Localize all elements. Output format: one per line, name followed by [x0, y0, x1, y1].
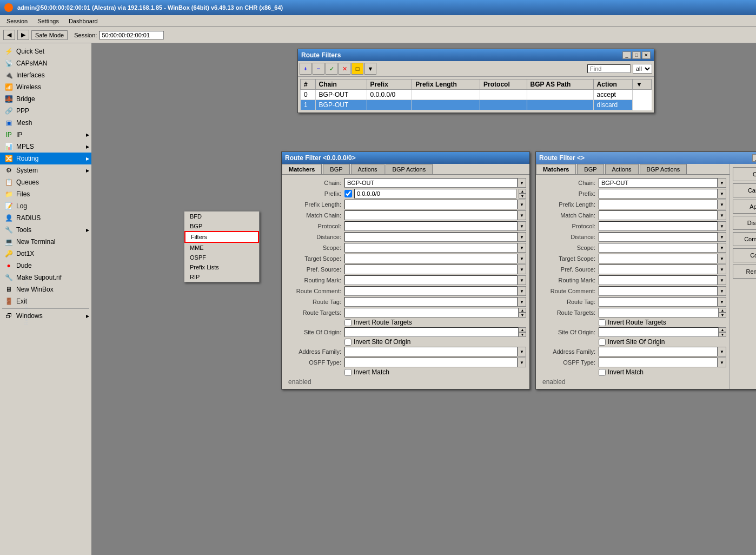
ospf-type-input-left[interactable] [344, 358, 518, 367]
protocol-dropdown-left[interactable]: ▼ [518, 221, 526, 231]
tab-bgp-right[interactable]: BGP [577, 164, 604, 174]
col-hash[interactable]: # [301, 80, 316, 90]
sidebar-item-log[interactable]: 📝 Log [0, 200, 91, 212]
pref-source-dropdown-right[interactable]: ▼ [718, 265, 726, 274]
scope-dropdown-right[interactable]: ▼ [718, 243, 726, 253]
route-tag-dropdown-right[interactable]: ▼ [718, 297, 726, 307]
prefix-length-input-left[interactable] [344, 200, 518, 209]
distance-dropdown-left[interactable]: ▼ [518, 232, 526, 242]
sidebar-item-ppp[interactable]: 🔗 PPP [0, 105, 91, 117]
invert-route-targets-check-left[interactable] [344, 319, 352, 326]
route-targets-down-left[interactable]: ▼ [519, 313, 526, 318]
sidebar-item-mesh[interactable]: ▣ Mesh [0, 117, 91, 129]
site-of-origin-down-left[interactable]: ▼ [519, 332, 526, 337]
route-comment-input-right[interactable] [599, 286, 718, 296]
ok-button[interactable]: OK [733, 167, 756, 181]
prefix-length-input-right[interactable] [599, 200, 718, 209]
submenu-filters[interactable]: Filters [184, 231, 259, 243]
prefix-down-left[interactable]: ▼ [519, 194, 526, 199]
distance-dropdown-right[interactable]: ▼ [718, 232, 726, 242]
chain-input-right[interactable] [599, 178, 718, 188]
rf-left-titlebar[interactable]: Route Filter <0.0.0.0/0> [282, 152, 529, 164]
tab-matchers-left[interactable]: Matchers [282, 164, 322, 174]
sidebar-item-queues[interactable]: 📋 Queues [0, 176, 91, 188]
sidebar-item-ip[interactable]: IP IP [0, 129, 91, 141]
invert-match-check-right[interactable] [599, 369, 606, 376]
tab-bgp-actions-left[interactable]: BGP Actions [386, 164, 433, 174]
target-scope-input-right[interactable] [599, 254, 718, 263]
site-of-origin-up-left[interactable]: ▲ [519, 327, 526, 332]
chain-input-left[interactable] [344, 178, 518, 188]
route-filters-minimize[interactable]: _ [622, 51, 631, 59]
prev-btn[interactable]: ◀ [3, 30, 15, 40]
find-dropdown[interactable]: all [633, 64, 652, 74]
comment-button[interactable]: Comment [733, 232, 756, 246]
protocol-input-left[interactable] [344, 221, 518, 231]
sidebar-item-new-terminal[interactable]: 💻 New Terminal [0, 236, 91, 248]
prefix-check-left[interactable] [344, 190, 352, 197]
target-scope-dropdown-left[interactable]: ▼ [518, 254, 526, 263]
submenu-prefix-lists[interactable]: Prefix Lists [184, 262, 259, 272]
sidebar-item-interfaces[interactable]: 🔌 Interfaces [0, 69, 91, 81]
safe-mode-btn[interactable]: Safe Mode [31, 30, 68, 40]
prefix-up-left[interactable]: ▲ [519, 189, 526, 194]
address-family-dropdown-left[interactable]: ▼ [518, 347, 526, 356]
target-scope-input-left[interactable] [344, 254, 518, 263]
route-filters-maximize[interactable]: □ [632, 51, 641, 59]
rf-clipboard-btn[interactable]: □ [352, 63, 363, 75]
prefix-value-left[interactable] [354, 189, 516, 199]
route-targets-input-right[interactable] [599, 308, 719, 318]
next-btn[interactable]: ▶ [17, 30, 29, 40]
site-of-origin-input-left[interactable] [344, 327, 519, 337]
find-input[interactable] [587, 64, 631, 73]
pref-source-input-right[interactable] [599, 265, 718, 274]
scope-dropdown-left[interactable]: ▼ [518, 243, 526, 253]
tab-bgp-actions-right[interactable]: BGP Actions [640, 164, 687, 174]
sidebar-item-capsman[interactable]: 📡 CAPsMAN [0, 57, 91, 69]
pref-source-input-left[interactable] [344, 265, 518, 274]
routing-mark-input-right[interactable] [599, 275, 718, 285]
routing-mark-input-left[interactable] [344, 275, 518, 285]
sidebar-item-routing[interactable]: 🔀 Routing [0, 153, 91, 164]
apply-button[interactable]: Apply [733, 200, 756, 214]
submenu-bfd[interactable]: BFD [184, 212, 259, 221]
distance-input-right[interactable] [599, 232, 718, 242]
tab-bgp-left[interactable]: BGP [323, 164, 349, 174]
col-arrow[interactable]: ▼ [633, 80, 652, 90]
submenu-ospf[interactable]: OSPF [184, 253, 259, 262]
protocol-input-right[interactable] [599, 221, 718, 231]
menu-session[interactable]: Session [2, 17, 32, 25]
sidebar-item-radius[interactable]: 👤 RADIUS [0, 212, 91, 224]
table-row[interactable]: 0 BGP-OUT 0.0.0.0/0 accept [301, 90, 652, 100]
col-action[interactable]: Action [593, 80, 632, 90]
rf-right-titlebar[interactable]: Route Filter <> _ □ ✕ [536, 152, 756, 164]
tab-matchers-right[interactable]: Matchers [536, 164, 576, 174]
prefix-length-dropdown-left[interactable]: ▼ [518, 200, 526, 209]
pref-source-dropdown-left[interactable]: ▼ [518, 265, 526, 274]
protocol-dropdown-right[interactable]: ▼ [718, 221, 726, 231]
scope-input-right[interactable] [599, 243, 718, 253]
address-family-dropdown-right[interactable]: ▼ [718, 347, 726, 356]
sidebar-item-system[interactable]: ⚙ System [0, 164, 91, 176]
sidebar-item-exit[interactable]: 🚪 Exit [0, 295, 91, 307]
sidebar-item-wireless[interactable]: 📶 Wireless [0, 81, 91, 93]
match-chain-input-left[interactable] [344, 210, 518, 220]
rf-check-btn[interactable]: ✓ [326, 63, 337, 75]
routing-mark-dropdown-left[interactable]: ▼ [518, 275, 526, 285]
sidebar-item-files[interactable]: 📁 Files [0, 188, 91, 200]
match-chain-input-right[interactable] [599, 210, 718, 220]
copy-button[interactable]: Copy [733, 248, 756, 262]
rf-right-minimize[interactable]: _ [752, 154, 756, 162]
invert-route-targets-check-right[interactable] [599, 319, 606, 326]
remove-button[interactable]: Remove [733, 265, 756, 279]
route-filters-titlebar[interactable]: Route Filters _ □ ✕ [298, 49, 654, 61]
invert-match-check-left[interactable] [344, 369, 352, 376]
route-comment-dropdown-left[interactable]: ▼ [518, 286, 526, 296]
prefix-input-right[interactable] [599, 189, 718, 199]
invert-site-of-origin-check-right[interactable] [599, 339, 606, 346]
rf-add-btn[interactable]: + [300, 63, 311, 75]
submenu-mme[interactable]: MME [184, 243, 259, 253]
tab-actions-right[interactable]: Actions [605, 164, 639, 174]
route-targets-input-left[interactable] [344, 308, 519, 318]
col-chain[interactable]: Chain [315, 80, 367, 90]
